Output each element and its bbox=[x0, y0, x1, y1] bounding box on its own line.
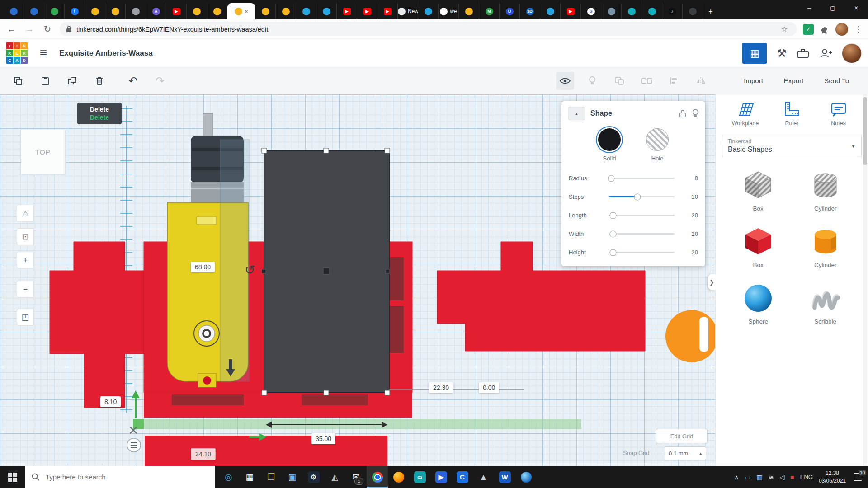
red-shape-bottom[interactable] bbox=[145, 436, 387, 466]
close-button[interactable]: ✕ bbox=[844, 0, 868, 16]
browser-tab[interactable] bbox=[540, 3, 561, 19]
url-omnibox[interactable]: tinkercad.com/things/6kEpW7fENxY-exquisi… bbox=[60, 22, 797, 36]
import-button[interactable]: Import bbox=[744, 77, 763, 84]
snap-grid-select[interactable]: 0.1 mm▴ bbox=[665, 446, 706, 460]
solid-option[interactable]: Solid bbox=[598, 128, 621, 162]
browser-tab[interactable] bbox=[683, 3, 703, 19]
chrome-icon[interactable] bbox=[367, 466, 388, 488]
hole-swatch[interactable] bbox=[646, 128, 669, 151]
perspective-toggle-icon[interactable]: ◰ bbox=[17, 309, 34, 326]
extension-check-icon[interactable]: ✓ bbox=[803, 24, 814, 35]
collapse-sidebar-icon[interactable]: ❯ bbox=[708, 274, 716, 290]
browser-tab[interactable] bbox=[418, 3, 439, 19]
show-all-eye-icon[interactable] bbox=[556, 72, 574, 90]
tinkercad-logo[interactable]: TINKERCAD bbox=[6, 42, 28, 64]
store-icon[interactable]: ▣ bbox=[282, 466, 303, 488]
lock-shape-icon[interactable] bbox=[679, 109, 687, 118]
motor-shape[interactable] bbox=[167, 113, 249, 387]
minimize-button[interactable]: ─ bbox=[797, 0, 821, 16]
fit-view-icon[interactable]: ⊡ bbox=[17, 228, 34, 245]
game-launcher-icon[interactable]: ◭ bbox=[324, 466, 345, 488]
firefox-icon[interactable] bbox=[388, 466, 409, 488]
scrollbar-thumb[interactable] bbox=[863, 97, 867, 165]
browser-tab[interactable]: U bbox=[500, 3, 520, 19]
browser-tab[interactable]: ▶ bbox=[357, 3, 377, 19]
clipchamp-icon[interactable]: C bbox=[452, 466, 473, 488]
home-view-icon[interactable]: ⌂ bbox=[17, 205, 34, 222]
redo-icon[interactable]: ↷ bbox=[151, 72, 169, 90]
design-title[interactable]: Exquisite Amberis-Waasa bbox=[59, 49, 153, 58]
browser-tab[interactable]: New bbox=[398, 3, 418, 19]
browser-tab[interactable] bbox=[207, 3, 227, 19]
group-icon[interactable] bbox=[610, 72, 628, 90]
language-indicator[interactable]: ENG bbox=[800, 474, 813, 480]
shape-sphere[interactable]: Sphere bbox=[725, 280, 792, 325]
paste-icon[interactable] bbox=[36, 72, 54, 90]
taskbar-search[interactable] bbox=[25, 466, 215, 488]
task-view-icon[interactable]: ▦ bbox=[239, 466, 260, 488]
reload-icon[interactable]: ↻ bbox=[42, 24, 53, 34]
zoom-in-icon[interactable]: + bbox=[17, 252, 34, 269]
browser-tab[interactable]: ▶ bbox=[377, 3, 398, 19]
orange-cylinder-shape[interactable] bbox=[665, 310, 715, 362]
sidebar-scrollbar[interactable] bbox=[863, 94, 867, 466]
cortana-icon[interactable]: ◎ bbox=[218, 466, 239, 488]
solid-swatch[interactable] bbox=[598, 128, 621, 151]
tray-icon[interactable]: ◁ bbox=[780, 474, 785, 481]
bookmark-star-icon[interactable]: ☆ bbox=[778, 25, 790, 33]
dimension-label[interactable]: 0.00 bbox=[479, 382, 499, 393]
shape-box-solid[interactable]: Box bbox=[725, 224, 792, 268]
file-explorer-icon[interactable]: ❒ bbox=[260, 466, 282, 488]
length-slider[interactable] bbox=[609, 215, 675, 216]
steam-icon[interactable]: ⚙ bbox=[303, 466, 324, 488]
url-text[interactable]: tinkercad.com/things/6kEpW7fENxY-exquisi… bbox=[76, 26, 774, 33]
ungroup-icon[interactable] bbox=[637, 72, 656, 90]
copy-icon[interactable] bbox=[9, 72, 27, 90]
browser-tab[interactable]: G bbox=[581, 3, 601, 19]
dimension-label[interactable]: 35.00 bbox=[311, 433, 335, 444]
browser-tab[interactable]: ♪ bbox=[662, 3, 683, 19]
browser-tab[interactable] bbox=[24, 3, 44, 19]
tray-icon[interactable]: ≋ bbox=[769, 474, 774, 481]
document-menu-icon[interactable]: ≣ bbox=[36, 46, 51, 61]
tray-icon[interactable]: ■ bbox=[790, 474, 794, 481]
shape-library-select[interactable]: Tinkercad Basic Shapes ▼ bbox=[722, 135, 862, 157]
zoom-out-icon[interactable]: − bbox=[17, 281, 34, 298]
browser-tab[interactable] bbox=[622, 3, 642, 19]
browser-tab[interactable] bbox=[296, 3, 316, 19]
browser-tab[interactable] bbox=[4, 3, 24, 19]
start-button[interactable] bbox=[0, 466, 25, 488]
notes-tool[interactable]: Notes bbox=[819, 102, 858, 127]
browser-tab[interactable]: f bbox=[65, 3, 85, 19]
slider-knob[interactable] bbox=[610, 249, 617, 256]
dev-tool-icon[interactable]: ▲ bbox=[473, 466, 494, 488]
browser-tab[interactable] bbox=[255, 3, 276, 19]
browser-tab[interactable]: ▶ bbox=[166, 3, 187, 19]
tray-icon[interactable]: ▭ bbox=[745, 474, 750, 481]
browser-tab[interactable] bbox=[85, 3, 105, 19]
mail-icon[interactable]: ✉1 bbox=[345, 466, 367, 488]
red-cross-left[interactable] bbox=[50, 242, 144, 408]
browser-tab[interactable] bbox=[601, 3, 622, 19]
loom-icon[interactable]: ∞ bbox=[409, 466, 430, 488]
steps-slider[interactable] bbox=[609, 196, 675, 197]
hide-bulb-icon[interactable] bbox=[583, 72, 601, 90]
browser-tab[interactable] bbox=[316, 3, 337, 19]
slider-knob[interactable] bbox=[634, 193, 641, 200]
browser-tab[interactable] bbox=[44, 3, 65, 19]
movies-icon[interactable]: ▶ bbox=[430, 466, 452, 488]
new-tab-button[interactable]: + bbox=[703, 4, 718, 19]
tab-close-icon[interactable]: ✕ bbox=[245, 9, 248, 14]
view-cube[interactable]: TOP bbox=[21, 130, 65, 174]
visibility-bulb-icon[interactable] bbox=[692, 109, 699, 118]
shape-cylinder-hole[interactable]: Cylinder bbox=[792, 167, 859, 212]
blocks-editor-button[interactable]: ▦ bbox=[742, 43, 767, 64]
browser-tab[interactable] bbox=[126, 3, 146, 19]
delete-trash-icon[interactable] bbox=[90, 72, 108, 90]
browser-tab[interactable]: 3D bbox=[520, 3, 540, 19]
browser-tab[interactable]: we bbox=[439, 3, 459, 19]
hole-option[interactable]: Hole bbox=[646, 128, 669, 162]
dimension-label[interactable]: 68.00 bbox=[191, 262, 215, 272]
tray-icon[interactable]: ∧ bbox=[734, 474, 739, 481]
tray-icon[interactable]: ▥ bbox=[757, 474, 763, 481]
